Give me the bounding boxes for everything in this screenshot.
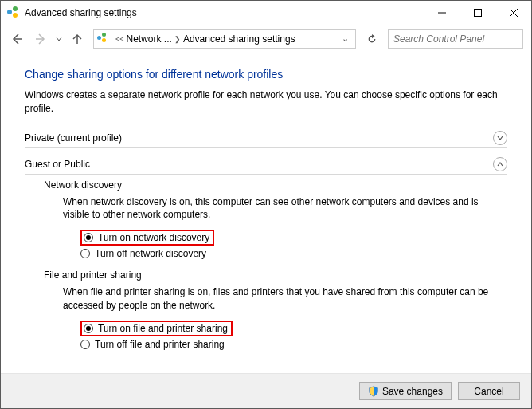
chevron-down-icon[interactable]: ⌄ — [338, 33, 352, 44]
search-field[interactable] — [393, 33, 518, 45]
section-description: When network discovery is on, this compu… — [63, 195, 507, 222]
breadcrumb-item[interactable]: Network ... — [127, 33, 172, 45]
radio-network-discovery-off[interactable] — [80, 249, 90, 258]
section-file-printer-sharing: File and printer sharing When file and p… — [25, 269, 507, 351]
section-title: Network discovery — [44, 179, 507, 191]
navigation-bar: << Network ... ❯ Advanced sharing settin… — [1, 25, 531, 53]
close-button[interactable] — [495, 1, 531, 25]
shield-icon — [368, 386, 379, 397]
page-heading: Change sharing options for different net… — [25, 68, 507, 81]
forward-button[interactable] — [29, 28, 52, 50]
maximize-button[interactable] — [460, 1, 495, 25]
radio-label[interactable]: Turn on network discovery — [98, 232, 209, 243]
breadcrumb[interactable]: << Network ... ❯ Advanced sharing settin… — [93, 29, 356, 49]
expand-icon[interactable] — [493, 131, 507, 145]
button-label: Save changes — [382, 386, 443, 397]
titlebar: Advanced sharing settings — [1, 1, 531, 25]
section-title: File and printer sharing — [44, 269, 507, 281]
page-description: Windows creates a separate network profi… — [25, 88, 507, 116]
button-label: Cancel — [474, 386, 503, 397]
window-title: Advanced sharing settings — [25, 7, 137, 18]
minimize-button[interactable] — [424, 1, 460, 25]
highlight-box: Turn on network discovery — [80, 230, 214, 246]
chevron-right-icon: << — [115, 35, 124, 43]
chevron-right-icon: ❯ — [174, 35, 181, 43]
footer: Save changes Cancel — [1, 373, 531, 408]
radio-label[interactable]: Turn off network discovery — [95, 248, 206, 259]
save-changes-button[interactable]: Save changes — [359, 382, 452, 400]
radio-file-printer-on[interactable] — [84, 324, 93, 333]
section-network-discovery: Network discovery When network discovery… — [25, 179, 507, 261]
cancel-button[interactable]: Cancel — [458, 382, 520, 400]
network-center-icon — [97, 33, 110, 45]
section-description: When file and printer sharing is on, fil… — [63, 285, 507, 313]
highlight-box: Turn on file and printer sharing — [80, 321, 233, 336]
up-button[interactable] — [66, 28, 88, 50]
profile-label: Guest or Public — [25, 159, 493, 170]
network-center-icon — [7, 6, 20, 19]
radio-file-printer-off[interactable] — [80, 340, 90, 349]
radio-network-discovery-on[interactable] — [84, 233, 93, 242]
history-dropdown[interactable] — [53, 36, 65, 42]
breadcrumb-item[interactable]: Advanced sharing settings — [183, 33, 295, 45]
content-area: Change sharing options for different net… — [1, 53, 531, 373]
search-input[interactable] — [388, 29, 523, 49]
back-button[interactable] — [6, 28, 28, 50]
profile-private[interactable]: Private (current profile) — [25, 127, 507, 148]
svg-rect-1 — [474, 10, 481, 17]
profile-guest-public[interactable]: Guest or Public — [25, 153, 507, 175]
profile-label: Private (current profile) — [25, 132, 493, 144]
refresh-button[interactable] — [361, 29, 383, 49]
radio-label[interactable]: Turn off file and printer sharing — [95, 339, 225, 350]
collapse-icon[interactable] — [493, 157, 507, 171]
radio-label[interactable]: Turn on file and printer sharing — [98, 323, 228, 334]
